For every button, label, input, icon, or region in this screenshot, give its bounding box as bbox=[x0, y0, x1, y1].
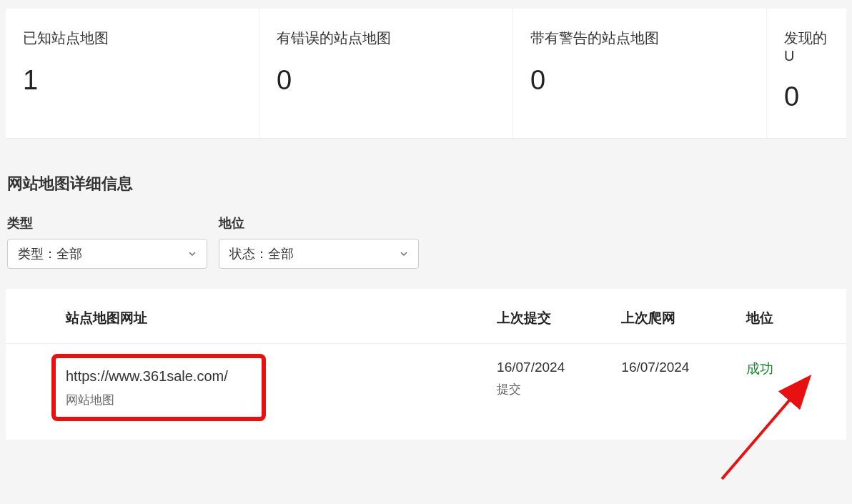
stats-row: 已知站点地图 1 有错误的站点地图 0 带有警告的站点地图 0 发现的 U 0 bbox=[6, 9, 846, 139]
submitted-date: 16/07/2024 bbox=[497, 360, 604, 375]
filter-group-status: 地位 状态：全部 bbox=[219, 214, 419, 269]
submitted-sub: 提交 bbox=[497, 381, 604, 397]
select-value: 状态：全部 bbox=[229, 245, 294, 262]
stat-card-errors: 有错误的站点地图 0 bbox=[259, 9, 513, 138]
cell-submitted: 16/07/2024 提交 bbox=[488, 344, 613, 440]
stat-label: 发现的 U bbox=[784, 29, 829, 64]
status-badge: 成功 bbox=[746, 361, 773, 376]
th-status: 地位 bbox=[738, 289, 846, 344]
select-value: 类型：全部 bbox=[18, 245, 82, 262]
chevron-down-icon bbox=[187, 248, 198, 260]
filter-label: 类型 bbox=[7, 214, 207, 232]
table-row[interactable]: https://www.361sale.com/ 网站地图 16/07/2024… bbox=[6, 344, 846, 440]
stat-value: 0 bbox=[784, 81, 829, 112]
th-url: 站点地图网址 bbox=[6, 289, 488, 344]
stat-value: 0 bbox=[530, 65, 749, 96]
th-submitted: 上次提交 bbox=[488, 289, 613, 344]
sitemap-table: 站点地图网址 上次提交 上次爬网 地位 https://www.361sale.… bbox=[6, 289, 846, 440]
stat-label: 有错误的站点地图 bbox=[277, 29, 495, 48]
stat-label: 已知站点地图 bbox=[23, 29, 242, 48]
filter-label: 地位 bbox=[219, 214, 419, 232]
sitemap-url: https://www.361sale.com/ bbox=[66, 368, 252, 385]
section-title: 网站地图详细信息 bbox=[7, 173, 852, 194]
highlighted-url-box: https://www.361sale.com/ 网站地图 bbox=[51, 354, 266, 421]
stat-card-warnings: 带有警告的站点地图 0 bbox=[513, 9, 767, 138]
chevron-down-icon bbox=[398, 248, 410, 260]
cell-status: 成功 bbox=[738, 344, 846, 440]
status-select[interactable]: 状态：全部 bbox=[219, 239, 419, 269]
filter-group-type: 类型 类型：全部 bbox=[7, 214, 207, 269]
stat-card-known: 已知站点地图 1 bbox=[6, 9, 259, 138]
filters-row: 类型 类型：全部 地位 状态：全部 bbox=[7, 214, 852, 269]
stat-card-discovered: 发现的 U 0 bbox=[767, 9, 846, 138]
cell-url: https://www.361sale.com/ 网站地图 bbox=[6, 344, 488, 440]
stat-value: 0 bbox=[277, 65, 495, 96]
stat-value: 1 bbox=[23, 65, 242, 96]
sitemap-url-sub: 网站地图 bbox=[66, 392, 252, 408]
stat-label: 带有警告的站点地图 bbox=[530, 29, 749, 48]
sitemap-table-container: 站点地图网址 上次提交 上次爬网 地位 https://www.361sale.… bbox=[6, 289, 846, 440]
cell-crawled: 16/07/2024 bbox=[613, 344, 737, 440]
type-select[interactable]: 类型：全部 bbox=[7, 239, 207, 269]
crawled-date: 16/07/2024 bbox=[621, 360, 728, 375]
th-crawled: 上次爬网 bbox=[613, 289, 737, 344]
